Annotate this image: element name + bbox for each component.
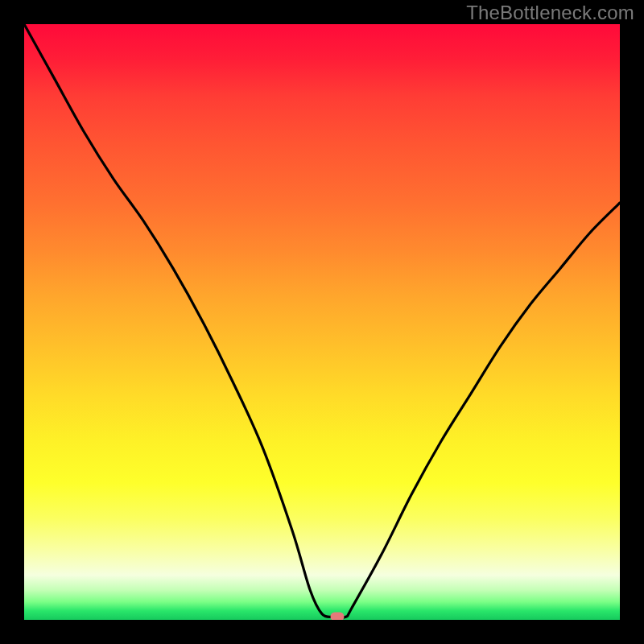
- optimum-marker: [330, 613, 344, 620]
- chart-frame: TheBottleneck.com: [0, 0, 644, 644]
- watermark-text: TheBottleneck.com: [466, 2, 634, 24]
- plot-area: [24, 24, 620, 620]
- bottleneck-curve: [24, 24, 620, 620]
